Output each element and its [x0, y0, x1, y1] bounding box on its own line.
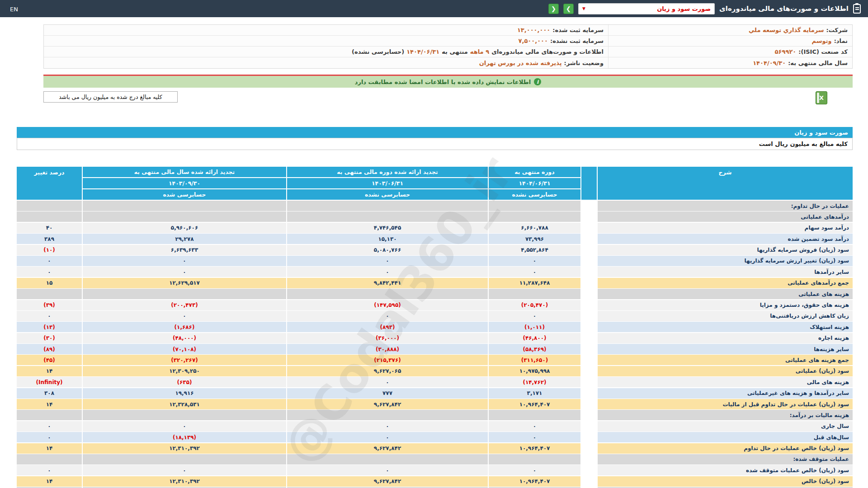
row-label: زیان کاهش ارزش دریافتنی‌ها	[598, 311, 853, 321]
value-cell: (۵۸,۳۶۹)	[489, 344, 580, 354]
value-cell: ۴۰	[17, 223, 82, 233]
language-toggle-en[interactable]: EN	[10, 6, 18, 13]
value-cell: (۲۱۵,۳۷۶)	[287, 355, 488, 365]
table-row: سال جاری۰۰۰۰	[17, 421, 853, 432]
value-cell: (۱۴,۷۶۲)	[489, 377, 580, 387]
column-separator	[581, 410, 597, 420]
value-cell: ۷۷۷	[287, 388, 488, 399]
value-cell: ۴,۷۴۶,۵۴۵	[287, 223, 488, 233]
header-restated-period-date: ۱۴۰۳/۰۶/۳۱	[287, 178, 488, 188]
header-current-period-date: ۱۴۰۴/۰۶/۳۱	[489, 178, 580, 188]
info-cell-left: اطلاعات و صورت‌های مالی میاندوره‌ای۹ ماه…	[44, 47, 608, 57]
info-label: منتهی به	[442, 48, 468, 55]
value-cell	[287, 201, 488, 211]
header-current-period: دوره منتهی به ۱۴۰۴/۰۶/۳۱ حسابرسی نشده	[489, 167, 580, 200]
value-cell: (۱۸,۱۳۹)	[83, 432, 286, 442]
value-cell: (Infinity)	[17, 377, 82, 387]
value-cell	[83, 201, 286, 211]
table-row: سال‌های قبل۰۰(۱۸,۱۳۹)۰	[17, 432, 853, 442]
info-cell-right: کد صنعت (ISIC):۵۶۹۹۲۰	[608, 47, 852, 57]
value-cell: ۱۴	[17, 443, 82, 454]
value-cell: (۱,۶۸۶)	[83, 322, 286, 332]
column-separator	[581, 256, 597, 266]
column-separator	[581, 223, 597, 233]
value-cell	[17, 454, 82, 465]
table-row: جمع درآمدهای عملیاتی۱۱,۲۸۷,۶۴۸۹,۸۴۲,۴۴۱۱…	[17, 278, 853, 288]
value-cell: (۴۵)	[17, 355, 82, 365]
value-cell	[489, 410, 580, 420]
value-cell: ۰	[489, 311, 580, 321]
column-separator	[581, 454, 597, 465]
value-cell	[489, 201, 580, 211]
column-separator	[581, 311, 597, 321]
prev-statement-button[interactable]: ❮	[548, 4, 559, 14]
value-cell: (۷۰,۱۰۸)	[83, 344, 286, 354]
section-row: عملیات متوقف شده:	[17, 454, 853, 465]
value-cell: ۰	[83, 465, 286, 475]
value-cell: ۱۱,۲۸۷,۶۴۸	[489, 278, 580, 288]
value-cell: (۳۱۱,۶۵۰)	[489, 355, 580, 365]
value-cell: ۰	[287, 432, 488, 442]
header-percent-change: درصد تغییر	[17, 167, 82, 200]
row-label: درآمد سود سهام	[598, 223, 853, 233]
info-label: اطلاعات و صورت‌های مالی میاندوره‌ای	[491, 48, 604, 55]
chevron-down-icon: ▼	[582, 6, 585, 11]
value-cell: ۱۹,۹۱۶	[83, 388, 286, 399]
row-label: سود (زیان) عملیاتی	[598, 366, 853, 376]
statement-unit-note: کلیه مبالغ به میلیون ریال است	[17, 138, 853, 150]
column-separator	[581, 322, 597, 332]
note-row: X کلیه مبالغ درج شده به میلیون ریال می ب…	[43, 91, 853, 104]
value-cell	[17, 211, 82, 222]
value-cell: ۳۰۸	[17, 388, 82, 399]
signature-match-banner: i اطلاعات نمایش داده شده با اطلاعات امضا…	[43, 76, 853, 88]
value-cell: (۳۶,۰۰۰)	[287, 333, 488, 343]
info-label: وضعیت ناشر:	[564, 60, 604, 66]
value-cell: ۰	[489, 465, 580, 475]
column-separator	[581, 333, 597, 343]
header-current-period-audit: حسابرسی نشده	[489, 189, 580, 200]
info-value: ۱۴۰۴/۰۶/۳۱	[406, 48, 439, 55]
header-restated-year-title: تجدید ارائه شده سال مالی منتهی به	[83, 167, 286, 177]
value-cell: (۳۲۰,۲۶۷)	[83, 355, 286, 365]
value-cell: (۳۹)	[17, 300, 82, 310]
value-cell: ۹,۸۴۲,۴۴۱	[287, 278, 488, 288]
value-cell: ۱۰,۹۶۴,۴۰۷	[489, 399, 580, 409]
page: اطلاعات و صورت‌های مالی میاندوره‌ای صورت…	[0, 0, 868, 488]
value-cell: (۸۹)	[17, 344, 82, 354]
table-row: سود (زیان) خالص۱۰,۹۶۴,۴۰۷۹,۶۲۷,۸۴۲۱۲,۳۱۰…	[17, 476, 853, 487]
table-row: سود (زیان) خالص عملیات متوقف شده۰۰۰۰	[17, 465, 853, 475]
row-label: سود (زیان) خالص	[598, 476, 853, 487]
row-label: عملیات در حال تداوم:	[598, 201, 853, 211]
value-cell: ۰	[17, 432, 82, 442]
value-cell: ۰	[17, 256, 82, 266]
value-cell: ۹,۶۲۷,۸۴۲	[287, 443, 488, 454]
statement-type-select[interactable]: صورت سود و زیان ▼	[578, 3, 715, 14]
topbar-left-group: EN	[10, 5, 18, 13]
column-separator	[581, 344, 597, 354]
value-cell: ۹,۶۲۷,۸۴۲	[287, 476, 488, 487]
row-label: سود (زیان) خالص عملیات در حال تداوم	[598, 443, 853, 454]
value-cell: ۰	[17, 311, 82, 321]
value-cell: ۰	[489, 432, 580, 442]
value-cell: ۱۲,۳۰۹,۲۵۰	[83, 366, 286, 376]
info-cell-left: سرمایه ثبت نشده:۷,۵۰۰,۰۰۰	[44, 36, 608, 46]
info-value: پذیرفته شده در بورس تهران	[479, 60, 562, 66]
table-row: سود (زیان) عملیاتی۱۰,۹۷۵,۹۹۸۹,۶۲۷,۰۶۵۱۲,…	[17, 366, 853, 376]
column-separator	[581, 201, 597, 211]
header-restated-period: تجدید ارائه شده دوره مالی منتهی به ۱۴۰۳/…	[287, 167, 488, 200]
value-cell: ۰	[287, 311, 488, 321]
table-row: درآمد سود تضمین شده۷۳,۹۹۶۱۵,۱۳۰۲۹,۲۷۸۳۸۹	[17, 234, 853, 244]
value-cell: ۱۰,۹۶۴,۴۰۷	[489, 476, 580, 487]
info-value: ۱۴۰۴/۰۹/۳۰	[753, 60, 786, 66]
table-row: زیان کاهش ارزش دریافتنی‌ها۰۰۰۰	[17, 311, 853, 321]
header-restated-year-audit: حسابرسی شده	[83, 189, 286, 200]
next-statement-button[interactable]: ❯	[563, 4, 574, 14]
value-cell	[83, 211, 286, 222]
value-cell: (۲۰۰,۴۷۳)	[83, 300, 286, 310]
value-cell: (۳۰,۸۸۸)	[287, 344, 488, 354]
value-cell	[287, 454, 488, 465]
excel-export-icon[interactable]: X	[816, 91, 827, 104]
value-cell	[287, 410, 488, 420]
value-cell: ۰	[287, 377, 488, 387]
value-cell	[83, 454, 286, 465]
